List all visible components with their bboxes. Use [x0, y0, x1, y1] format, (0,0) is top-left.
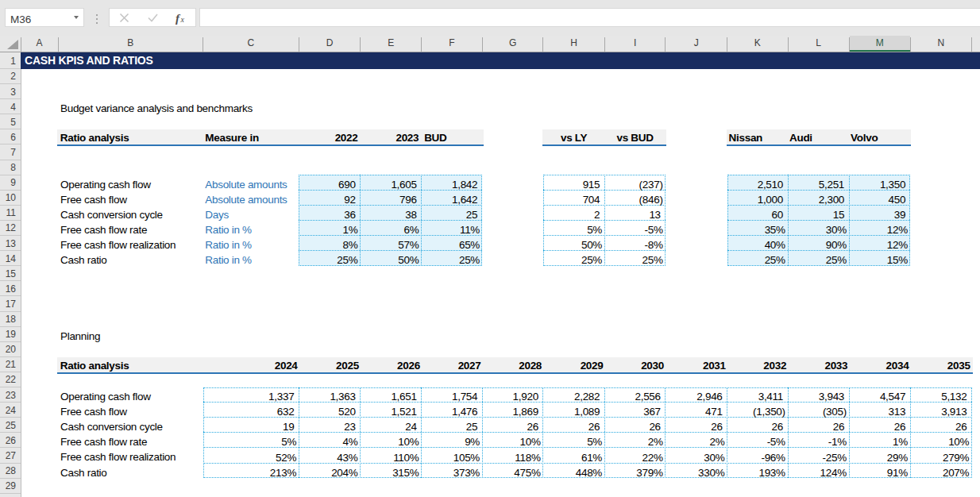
svg-text:x: x: [180, 15, 185, 24]
